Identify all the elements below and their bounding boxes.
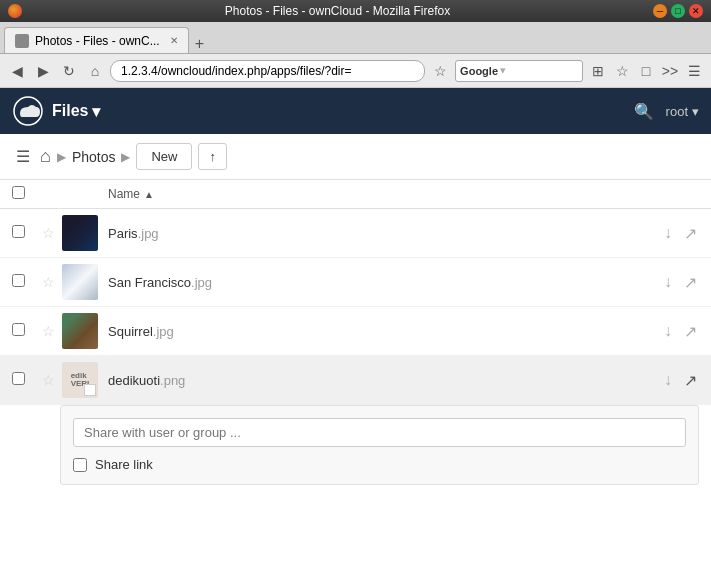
file-list: ☆ Paris.jpg ↓ ↗ ☆ San Francisco.jpg ↓ ↗ (0, 209, 711, 485)
row-checkbox-4 (12, 372, 42, 388)
file-thumbnail (62, 264, 98, 300)
thumb-2 (62, 264, 108, 300)
star-2[interactable]: ☆ (42, 274, 62, 290)
file-checkbox[interactable] (12, 225, 25, 238)
row-checkbox-2 (12, 274, 42, 290)
select-all-checkbox[interactable] (12, 186, 25, 199)
close-button[interactable]: ✕ (689, 4, 703, 18)
upload-icon: ↑ (209, 149, 216, 164)
file-list-header: Name ▲ (0, 180, 711, 209)
reload-button[interactable]: ↻ (58, 60, 80, 82)
file-ext: .jpg (138, 226, 159, 241)
share-button-3[interactable]: ↗ (682, 320, 699, 343)
window-title: Photos - Files - ownCloud - Mozilla Fire… (22, 4, 653, 18)
user-menu[interactable]: root ▾ (666, 104, 699, 119)
table-row: ☆ edikVERI dedikuoti.png ↓ ↗ (0, 356, 711, 405)
filename-1[interactable]: Paris.jpg (108, 226, 619, 241)
new-tab-button[interactable]: + (189, 35, 210, 53)
toolbar-icons: ⊞ ☆ □ >> ☰ (587, 60, 705, 82)
filename-2[interactable]: San Francisco.jpg (108, 275, 619, 290)
search-box: Google ▾ (455, 60, 583, 82)
thumb-4: edikVERI (62, 362, 108, 398)
download-button-3[interactable]: ↓ (662, 320, 674, 342)
share-link-label: Share link (95, 457, 153, 472)
share-button-1[interactable]: ↗ (682, 222, 699, 245)
filename-3[interactable]: Squirrel.jpg (108, 324, 619, 339)
file-ext: .png (160, 373, 185, 388)
file-ext: .jpg (191, 275, 212, 290)
firefox-logo (8, 4, 22, 18)
app-logo: Files ▾ (12, 95, 100, 127)
home-nav-button[interactable]: ⌂ (84, 60, 106, 82)
breadcrumb-separator: ▶ (57, 150, 66, 164)
row-actions-1: ↓ ↗ (619, 222, 699, 245)
file-checkbox[interactable] (12, 274, 25, 287)
active-tab[interactable]: Photos - Files - ownC... ✕ (4, 27, 189, 53)
row-actions-3: ↓ ↗ (619, 320, 699, 343)
star-4[interactable]: ☆ (42, 372, 62, 388)
file-ext: .jpg (153, 324, 174, 339)
search-dropdown-arrow[interactable]: ▾ (500, 64, 506, 77)
tab-favicon (15, 34, 29, 48)
row-actions-2: ↓ ↗ (619, 271, 699, 294)
app-search-button[interactable]: 🔍 (634, 102, 654, 121)
owncloud-logo (12, 95, 44, 127)
file-name-text: Paris (108, 226, 138, 241)
file-thumbnail (62, 313, 98, 349)
share-link-row: Share link (73, 457, 686, 472)
sort-arrow: ▲ (144, 189, 154, 200)
minimize-button[interactable]: ─ (653, 4, 667, 18)
file-thumbnail: edikVERI (62, 362, 98, 398)
name-column-header[interactable]: Name ▲ (108, 187, 619, 201)
menu-button[interactable]: ☰ (683, 60, 705, 82)
table-row: ☆ San Francisco.jpg ↓ ↗ (0, 258, 711, 307)
tab-title: Photos - Files - ownC... (35, 34, 160, 48)
file-checkbox[interactable] (12, 323, 25, 336)
forward-button[interactable]: ▶ (32, 60, 54, 82)
share-user-input[interactable] (73, 418, 686, 447)
bookmark-star-button[interactable]: ☆ (429, 60, 451, 82)
new-button[interactable]: New (136, 143, 192, 170)
table-row: ☆ Paris.jpg ↓ ↗ (0, 209, 711, 258)
file-checkbox[interactable] (12, 372, 25, 385)
star-1[interactable]: ☆ (42, 225, 62, 241)
share-button-2[interactable]: ↗ (682, 271, 699, 294)
row-checkbox-1 (12, 225, 42, 241)
app-header-right: 🔍 root ▾ (634, 102, 699, 121)
star-3[interactable]: ☆ (42, 323, 62, 339)
breadcrumb-bar: ☰ ⌂ ▶ Photos ▶ New ↑ (0, 134, 711, 180)
row-actions-4: ↓ ↗ (619, 369, 699, 392)
url-input[interactable] (110, 60, 425, 82)
file-thumbnail (62, 215, 98, 251)
sidebar-toggle-button[interactable]: ☰ (12, 143, 34, 170)
upload-button[interactable]: ↑ (198, 143, 227, 170)
home-breadcrumb-button[interactable]: ⌂ (40, 146, 51, 167)
breadcrumb-folder: Photos (72, 149, 116, 165)
history-button[interactable]: □ (635, 60, 657, 82)
overflow-button[interactable]: >> (659, 60, 681, 82)
share-link-checkbox[interactable] (73, 458, 87, 472)
download-button-4[interactable]: ↓ (662, 369, 674, 391)
share-panel: Share link (60, 405, 699, 485)
share-button-4[interactable]: ↗ (682, 369, 699, 392)
tab-close-button[interactable]: ✕ (170, 35, 178, 46)
filename-4[interactable]: dedikuoti.png (108, 373, 619, 388)
download-button-2[interactable]: ↓ (662, 271, 674, 293)
addon-button[interactable]: ⊞ (587, 60, 609, 82)
back-button[interactable]: ◀ (6, 60, 28, 82)
browser-search-input[interactable] (508, 64, 578, 78)
download-button-1[interactable]: ↓ (662, 222, 674, 244)
urlbar: ◀ ▶ ↻ ⌂ ☆ Google ▾ ⊞ ☆ □ >> ☰ (0, 54, 711, 88)
thumb-3 (62, 313, 108, 349)
search-engine-label: Google (460, 65, 498, 77)
username-label: root (666, 104, 688, 119)
titlebar: Photos - Files - ownCloud - Mozilla Fire… (0, 0, 711, 22)
select-all-checkbox-container (12, 186, 42, 202)
breadcrumb-separator-2: ▶ (121, 150, 130, 164)
bookmark-button[interactable]: ☆ (611, 60, 633, 82)
maximize-button[interactable]: □ (671, 4, 685, 18)
user-menu-arrow: ▾ (692, 104, 699, 119)
file-name-text: San Francisco (108, 275, 191, 290)
file-name-text: dedikuoti (108, 373, 160, 388)
file-name-text: Squirrel (108, 324, 153, 339)
